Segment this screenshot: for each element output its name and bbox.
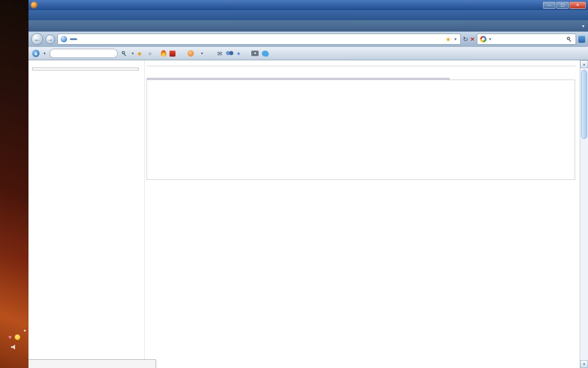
tray-expand-icon[interactable]: ▸ (24, 328, 26, 333)
dock-icon-column (0, 0, 28, 2)
google-search-icon (480, 36, 486, 42)
flame-icon[interactable] (161, 50, 166, 57)
forward-button[interactable]: → (45, 34, 55, 44)
desktop-tray: ▸ ♥ (0, 328, 28, 368)
smiley-icon[interactable] (15, 334, 20, 340)
tab-strip (28, 20, 578, 31)
firefox-window: — ▢ ✕ ▾ ← → ★ ▼ ↻ × ▼ a ▼ (28, 0, 588, 368)
search-input[interactable] (494, 35, 564, 43)
vertical-scrollbar[interactable]: ▲ ▼ (580, 60, 588, 368)
minimize-button[interactable]: — (543, 2, 555, 9)
add-icon[interactable]: + (237, 50, 241, 57)
web-search-dropdown-icon[interactable]: ▼ (131, 52, 135, 56)
statistics-for-box (32, 68, 139, 70)
gray-diamond-icon[interactable]: ◆ (148, 51, 152, 57)
awstats-sidebar (28, 60, 145, 368)
awstats-main-frame (145, 60, 580, 368)
reload-button[interactable]: ↻ (463, 35, 469, 43)
tab-bar: ▾ (28, 20, 588, 31)
close-button[interactable]: ✕ (570, 2, 586, 9)
site-favicon (61, 36, 67, 42)
search-engine-dropdown-icon[interactable]: ▼ (488, 37, 492, 41)
navigation-toolbar: ← → ★ ▼ ↻ × ▼ (28, 31, 588, 46)
gold-diamond-icon[interactable]: ◆ (138, 51, 141, 57)
news-icon (170, 51, 175, 57)
back-button[interactable]: ← (31, 33, 43, 45)
browser-content: ▲ ▼ (28, 60, 588, 368)
maximize-button[interactable]: ▢ (556, 2, 569, 9)
status-bar (28, 359, 156, 368)
window-titlebar: — ▢ ✕ (28, 0, 588, 10)
scroll-up-arrow[interactable]: ▲ (580, 60, 588, 68)
menu-bar (28, 10, 588, 20)
desktop-dock: ▸ ♥ (0, 0, 28, 368)
answers-icon[interactable]: a (32, 50, 40, 57)
urlbar-dropdown-icon[interactable]: ▼ (454, 37, 458, 41)
people-icon[interactable] (226, 51, 234, 57)
search-box[interactable]: ▼ (477, 34, 576, 45)
translate-dropdown-icon[interactable]: ▼ (200, 52, 204, 56)
web-search-input[interactable] (50, 49, 118, 58)
web-search-magnifier-icon[interactable] (121, 50, 128, 57)
search-magnifier-icon[interactable] (566, 36, 573, 43)
mail-icon[interactable]: ✉ (217, 50, 222, 57)
scrollbar-thumb[interactable] (581, 70, 587, 139)
fox-icon[interactable] (187, 50, 194, 57)
url-bar[interactable]: ★ ▼ (57, 34, 461, 45)
firefox-logo-icon (31, 2, 38, 9)
camera-icon[interactable] (251, 51, 259, 56)
days-of-month-chart (147, 80, 575, 180)
answers-dropdown-icon[interactable]: ▼ (43, 52, 46, 56)
site-identity-chip[interactable] (70, 38, 77, 40)
scroll-down-arrow[interactable]: ▼ (580, 360, 588, 368)
previous-section-divider (147, 60, 576, 66)
addon-icon[interactable] (578, 36, 585, 43)
addon-toolbar: a ▼ ▼ ◆ ◆ ▼ ✉ + (28, 46, 588, 60)
list-all-tabs-button[interactable]: ▾ (578, 20, 588, 31)
bookmark-star-icon[interactable]: ★ (446, 36, 451, 43)
stop-button[interactable]: × (470, 36, 475, 42)
twitter-icon[interactable] (262, 51, 269, 57)
volume-icon[interactable] (11, 345, 17, 350)
heart-icon[interactable]: ♥ (8, 334, 11, 340)
